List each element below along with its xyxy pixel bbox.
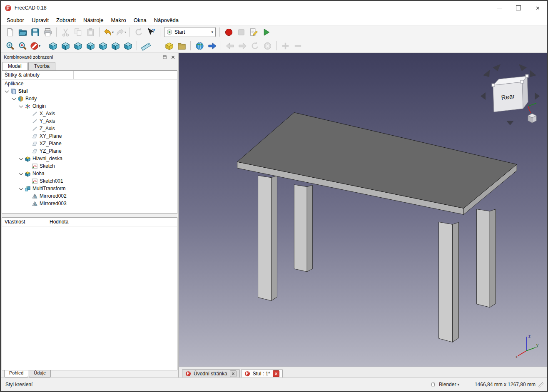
view-top-button[interactable] [72,40,84,52]
cube-corner[interactable] [521,80,523,83]
expand-chevron-icon[interactable] [5,89,9,93]
tree-item-origin[interactable]: Origin [2,102,177,110]
rotate-arrow-icon[interactable] [530,70,536,77]
mini-cube-icon[interactable] [528,114,536,123]
undo-button[interactable]: ▾ [102,26,114,38]
tree-item-yz_plane[interactable]: YZ_Plane [2,147,177,155]
copy-button[interactable] [72,26,84,38]
minimize-button[interactable] [490,1,509,15]
expand-chevron-icon[interactable] [19,186,23,190]
expand-chevron-icon[interactable] [19,104,23,108]
macro-edit-button[interactable] [248,26,259,38]
stop-button[interactable] [262,40,273,52]
expand-toggle[interactable] [18,187,24,190]
expand-toggle[interactable] [11,97,17,100]
close-panel-button[interactable] [169,54,177,60]
fit-selection-button[interactable] [17,40,28,52]
menu-makro[interactable]: Makro [107,16,130,25]
zoom-in-button[interactable] [279,40,291,52]
cube-corner[interactable] [492,84,495,87]
menu-nápověda[interactable]: Nápověda [150,16,182,25]
macro-record-button[interactable] [223,26,234,38]
rotate-arrow-icon[interactable] [493,64,501,71]
close-button[interactable] [528,1,547,15]
menu-zobrazit[interactable]: Zobrazit [52,16,80,25]
expand-toggle[interactable] [18,105,24,108]
menu-okna[interactable]: Okna [130,16,150,25]
close-tab-button[interactable] [273,370,279,377]
tree-item-mirrored002[interactable]: Mirrored002 [2,192,177,200]
tree-item-sketch[interactable]: Sketch [2,162,177,170]
expand-toggle[interactable] [18,172,24,175]
draw-style-button[interactable]: ▾ [29,40,41,52]
resize-grip[interactable] [538,382,544,387]
go-arrow-button[interactable] [206,40,218,52]
macro-stop-button[interactable] [235,26,247,38]
panel-bottom-tab-pohled[interactable]: Pohled [4,370,28,377]
navigation-cube[interactable]: Rear [479,57,541,126]
cube-corner[interactable] [526,74,528,77]
document-tab-úvodní-stránka[interactable]: Úvodní stránka [182,369,240,377]
close-tab-button[interactable] [230,370,237,377]
table-leg[interactable] [476,209,496,308]
menu-nástroje[interactable]: Nástroje [80,16,107,25]
paste-button[interactable] [85,26,96,38]
tree-item-body[interactable]: Body [2,95,177,102]
box-button[interactable] [163,40,175,52]
view-rear-button[interactable] [97,40,109,52]
rotate-arrow-icon[interactable] [519,64,527,71]
redo-button[interactable]: ▾ [115,26,127,38]
web-globe-button[interactable] [194,40,205,52]
3d-viewport[interactable]: Rear z [179,53,547,367]
rotate-arrow-icon[interactable] [483,70,490,77]
document-tab-stul-1[interactable]: Stul : 1* [241,369,283,377]
new-document-button[interactable] [4,26,16,38]
view-axonometric-button[interactable] [47,40,59,52]
tree-item-multitransform[interactable]: MultiTransform [2,185,177,192]
expand-chevron-icon[interactable] [19,171,23,175]
fit-all-button[interactable] [4,40,16,52]
menu-soubor[interactable]: Soubor [3,16,28,25]
float-panel-button[interactable] [161,54,168,60]
panel-tab-model[interactable]: Model [2,62,27,70]
print-button[interactable] [42,26,53,38]
folder-button[interactable] [176,40,187,52]
panel-tab-tvorba[interactable]: Tvorba [28,62,55,70]
view-front-button[interactable] [60,40,71,52]
pan-down-arrow-icon[interactable] [506,121,514,125]
cut-button[interactable] [60,26,71,38]
tree-item-noha[interactable]: Noha [2,170,177,177]
maximize-button[interactable] [509,1,528,15]
workbench-selector[interactable]: Start▾ [164,27,216,37]
tree-item-xz_plane[interactable]: XZ_Plane [2,140,177,147]
open-button[interactable] [17,26,28,38]
expand-toggle[interactable] [18,157,24,160]
refresh-button[interactable] [133,26,144,38]
tree-item-y_axis[interactable]: Y_Axis [2,117,177,125]
tree-item-x_axis[interactable]: X_Axis [2,110,177,117]
tree-column-header[interactable]: Štítky & atributy [2,71,177,79]
view-left-button[interactable] [122,40,134,52]
zoom-out-button[interactable] [292,40,304,52]
whats-this-button[interactable]: ? [145,26,157,38]
tree-root-application[interactable]: Aplikace [2,79,177,87]
tree-item-sketch001[interactable]: Sketch001 [2,177,177,185]
forward-button[interactable] [237,40,248,52]
table-leg[interactable] [294,185,312,272]
macro-play-button[interactable] [260,26,272,38]
table-leg[interactable] [439,222,459,342]
panel-bottom-tab-údaje[interactable]: Údaje [29,370,51,377]
tree-item-z_axis[interactable]: Z_Axis [2,125,177,132]
expand-chevron-icon[interactable] [12,96,16,100]
property-column-header[interactable]: Vlastnost [2,218,46,226]
reload-button[interactable] [249,40,261,52]
tree-item-hlavni_deska[interactable]: Hlavni_deska [2,155,177,162]
expand-toggle[interactable] [4,90,10,93]
value-column-header[interactable]: Hodnota [46,219,68,225]
save-button[interactable] [29,26,41,38]
expand-chevron-icon[interactable] [19,156,23,160]
tree-item-mirrored003[interactable]: Mirrored003 [2,200,177,207]
table-leg[interactable] [258,176,277,301]
pan-right-arrow-icon[interactable] [535,92,540,100]
measure-button[interactable] [140,40,152,52]
